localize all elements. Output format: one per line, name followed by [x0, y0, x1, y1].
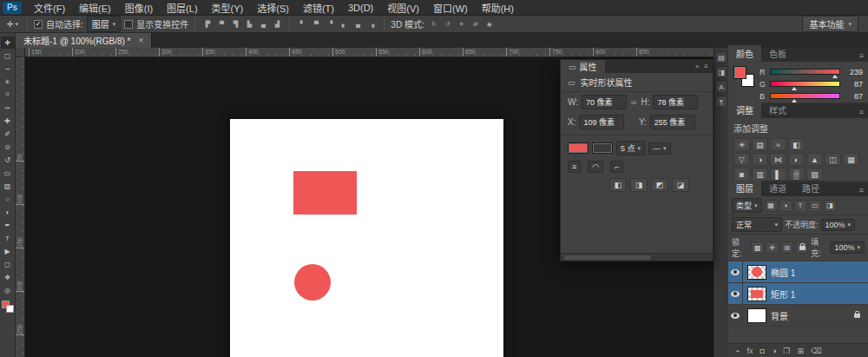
close-icon[interactable]: × — [139, 36, 144, 45]
visibility-toggle[interactable] — [728, 283, 743, 304]
layers-action-icon[interactable]: ⌫ — [811, 347, 822, 355]
adjustment-icon[interactable]: ▤ — [752, 138, 768, 151]
panel-menu-icon[interactable]: ≡ — [859, 108, 868, 118]
collapsed-panel-icon[interactable]: ▤ — [715, 51, 727, 63]
menu-item[interactable]: 选择(S) — [250, 1, 296, 15]
slider-marker[interactable] — [792, 87, 797, 90]
layers-action-icon[interactable]: fx — [746, 347, 753, 355]
lock-option-icon[interactable]: ✛ — [766, 241, 779, 254]
show-transform-checkbox[interactable] — [124, 20, 133, 29]
mode-icon[interactable]: ◉ — [483, 18, 496, 30]
tab-adjustments[interactable]: 调整 — [728, 102, 761, 118]
tab-styles[interactable]: 样式 — [761, 102, 794, 118]
stroke-color-swatch[interactable] — [592, 142, 613, 154]
fill-select[interactable]: 100% ▾ — [830, 241, 865, 254]
menu-item[interactable]: 文件(F) — [27, 1, 72, 15]
color-swatch-stack[interactable] — [733, 66, 754, 87]
tool-button[interactable]: ⊙ — [1, 141, 15, 153]
lock-all-icon[interactable] — [796, 241, 808, 254]
menu-item[interactable]: 图层(L) — [160, 1, 204, 15]
align-icon[interactable]: ▛ — [201, 18, 214, 30]
menu-item[interactable]: 视图(V) — [380, 1, 426, 15]
layer-thumbnail[interactable] — [747, 287, 766, 301]
pathfinder-button[interactable]: ◧ — [609, 178, 627, 192]
distribute-icon[interactable]: ▘ — [296, 18, 308, 30]
properties-panel-header[interactable]: ▭ 属性 » ≡ — [561, 60, 713, 73]
layer-filter-icon[interactable]: T — [794, 200, 807, 212]
tool-button[interactable]: ◻ — [1, 258, 15, 270]
tool-button[interactable]: ❖ — [1, 271, 15, 283]
collapsed-panel-icon[interactable]: ◨ — [715, 66, 727, 78]
layer-filter-icon[interactable]: ◨ — [824, 200, 837, 212]
red-value[interactable]: 239 — [844, 68, 863, 76]
distribute-icon[interactable]: ▄ — [352, 18, 364, 30]
adjustment-icon[interactable]: ⋈ — [770, 153, 786, 166]
align-icon[interactable]: ▄ — [257, 18, 269, 30]
visibility-toggle[interactable] — [728, 305, 743, 326]
tool-button[interactable]: ◖ — [1, 206, 15, 218]
scrollbar-thumb[interactable] — [564, 255, 651, 260]
adjustment-icon[interactable]: ▽ — [733, 153, 750, 166]
vertical-ruler[interactable]: 50100150200250300 — [16, 57, 25, 357]
distribute-icon[interactable]: ▖ — [338, 18, 350, 30]
distribute-icon[interactable]: ▝ — [324, 18, 336, 30]
height-field[interactable]: 78 像素 — [653, 95, 698, 109]
tool-button[interactable]: ⌗ — [1, 89, 15, 101]
foreground-color-swatch[interactable] — [733, 66, 746, 79]
slider-marker[interactable] — [832, 75, 838, 78]
mode-icon[interactable]: ✛ — [456, 18, 468, 30]
tool-button[interactable]: ✳ — [1, 76, 15, 88]
tool-button[interactable]: ✑ — [1, 102, 15, 114]
tool-button[interactable]: ▨ — [1, 180, 15, 192]
layer-filter-icon[interactable]: ▭ — [809, 200, 822, 212]
stroke-option-select[interactable]: ≡ — [568, 161, 581, 173]
workspace-switcher-button[interactable]: 基本功能 ▾ — [802, 16, 858, 32]
properties-scrollbar[interactable] — [561, 253, 713, 261]
adjustment-icon[interactable]: ▲ — [806, 153, 823, 166]
adjustment-icon[interactable]: ▧ — [806, 168, 823, 181]
tool-button[interactable]: ◎ — [1, 284, 15, 296]
fill-color-swatch[interactable] — [568, 142, 589, 154]
layers-action-icon[interactable]: ◘ — [760, 347, 764, 355]
tool-button[interactable]: ▶ — [1, 245, 15, 257]
adjustment-icon[interactable]: ◫ — [825, 153, 841, 166]
blend-mode-select[interactable]: 正常 ▾ — [732, 217, 782, 232]
tool-button[interactable]: ✚ — [1, 115, 15, 127]
tab-paths[interactable]: 路径 — [794, 180, 827, 196]
panel-menu-icon[interactable]: ≡ — [704, 63, 708, 70]
tab-channels[interactable]: 通道 — [761, 180, 794, 196]
panel-menu-icon[interactable]: ≡ — [859, 186, 868, 196]
align-icon[interactable]: ▀ — [215, 18, 227, 30]
menu-item[interactable]: 编辑(E) — [72, 1, 118, 15]
adjustment-icon[interactable]: ▥ — [752, 168, 768, 181]
auto-select-checkbox[interactable]: ✓ — [34, 20, 43, 29]
horizontal-ruler[interactable]: 1502002503003504004505005506006507007508… — [16, 48, 713, 57]
lock-option-icon[interactable]: ▩ — [751, 241, 764, 254]
layer-name[interactable]: 椭圆 1 — [771, 266, 795, 279]
red-slider[interactable] — [770, 69, 840, 75]
pathfinder-button[interactable]: ◪ — [672, 178, 689, 192]
tab-properties[interactable]: ▭ 属性 — [561, 60, 605, 73]
document-canvas[interactable] — [230, 119, 503, 357]
mode-icon[interactable]: ⇄ — [470, 18, 482, 30]
blue-value[interactable]: 87 — [844, 92, 863, 101]
pathfinder-button[interactable]: ◩ — [651, 178, 668, 192]
layer-name[interactable]: 矩形 1 — [771, 288, 795, 301]
menu-item[interactable]: 类型(Y) — [205, 1, 251, 15]
collapse-panel-icon[interactable]: » — [695, 63, 699, 70]
layer-row-rectangle[interactable]: 矩形 1 — [728, 283, 868, 305]
tool-button[interactable]: ▭ — [1, 167, 15, 179]
distribute-icon[interactable]: ▀ — [310, 18, 322, 30]
layer-row-background[interactable]: 背景 — [728, 305, 868, 327]
adjustment-icon[interactable]: ◧ — [788, 138, 805, 151]
green-slider[interactable] — [770, 81, 840, 87]
tool-button[interactable]: ✐ — [1, 128, 15, 140]
adjustment-icon[interactable]: ◙ — [733, 168, 750, 181]
tab-swatches[interactable]: 色板 — [761, 45, 794, 62]
stroke-type-select[interactable]: — ▾ — [648, 142, 671, 155]
distribute-icon[interactable]: ▗ — [365, 18, 378, 30]
stroke-width-select[interactable]: 5 点 ▾ — [616, 141, 645, 155]
tab-layers[interactable]: 图层 — [728, 180, 761, 196]
collapsed-panel-icon[interactable]: ¶ — [715, 96, 727, 108]
foreground-background-swatches[interactable] — [2, 301, 14, 313]
